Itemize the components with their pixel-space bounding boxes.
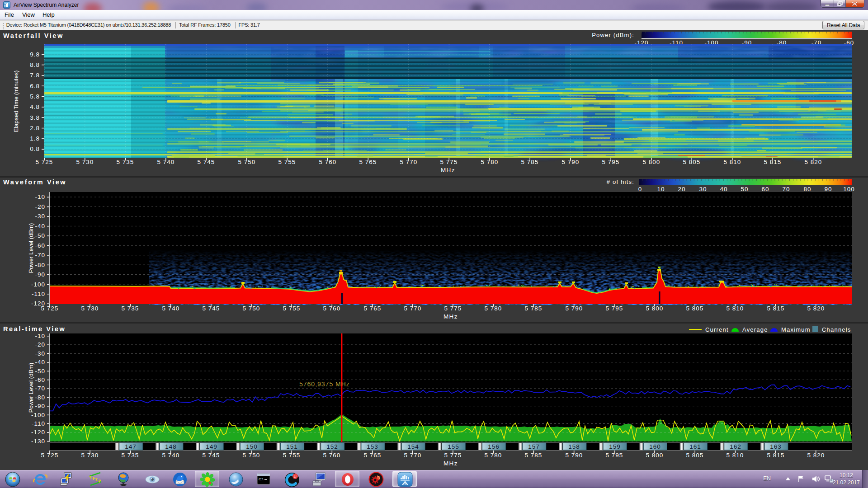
svg-text:5 810: 5 810 [724,159,741,165]
svg-text:5 765: 5 765 [359,159,377,165]
svg-text:-100: -100 [31,412,45,418]
svg-text:5 750: 5 750 [238,159,256,165]
svg-text:4.8: 4.8 [30,103,40,110]
svg-text:5 730: 5 730 [81,452,99,459]
svg-text:5 780: 5 780 [485,305,502,312]
svg-text:155: 155 [448,443,459,450]
svg-text:5 805: 5 805 [686,452,704,459]
svg-text:5 730: 5 730 [76,159,94,165]
svg-text:5 805: 5 805 [686,305,704,312]
svg-text:Elapsed Time (minutes): Elapsed Time (minutes) [13,70,19,132]
svg-text:5 730: 5 730 [81,305,99,312]
svg-text:9.8: 9.8 [30,51,40,58]
svg-text:160: 160 [649,443,661,450]
svg-text:MHz: MHz [443,460,458,467]
svg-text:5 745: 5 745 [203,305,220,312]
svg-text:Maximum: Maximum [781,326,811,333]
svg-text:3.8: 3.8 [30,114,40,121]
svg-text:10: 10 [657,186,665,192]
svg-text:-80: -80 [35,262,45,268]
svg-text:-60: -60 [35,376,45,383]
svg-text:-80: -80 [35,394,45,401]
svg-text:5 785: 5 785 [525,452,542,459]
svg-text:154: 154 [407,443,419,450]
svg-text:5 815: 5 815 [767,452,785,459]
svg-text:-20: -20 [35,203,45,210]
svg-text:5 760: 5 760 [323,305,341,312]
svg-text:161: 161 [689,443,701,450]
svg-text:-90: -90 [35,271,45,278]
svg-text:# of hits:: # of hits: [607,178,634,185]
svg-text:163: 163 [770,443,782,450]
svg-text:5 740: 5 740 [162,452,180,459]
svg-text:P: P [98,479,102,483]
svg-text:5 760: 5 760 [323,452,341,459]
svg-text:Current: Current [705,326,729,333]
svg-text:Waterfall View: Waterfall View [3,32,64,39]
svg-text:5 745: 5 745 [198,159,215,165]
svg-text:5 725: 5 725 [41,305,59,312]
svg-text:159: 159 [609,443,621,450]
svg-text:20: 20 [678,186,685,192]
svg-text:158: 158 [568,443,580,450]
svg-text:5 770: 5 770 [404,305,422,312]
svg-text:5 725: 5 725 [41,452,59,459]
svg-text:Power Level (dBm): Power Level (dBm) [28,223,34,273]
svg-text:6.8: 6.8 [30,83,40,89]
svg-text:5 775: 5 775 [444,452,462,459]
svg-text:5 725: 5 725 [36,159,53,165]
svg-text:5 760: 5 760 [319,159,337,165]
svg-text:60: 60 [761,186,769,192]
svg-text:5 775: 5 775 [444,305,462,312]
svg-text:7.8: 7.8 [30,72,40,79]
svg-text:5 820: 5 820 [807,452,825,459]
svg-text:147: 147 [125,443,137,450]
svg-text:5760,9375 MHz: 5760,9375 MHz [299,380,350,388]
svg-text:162: 162 [730,443,741,450]
svg-text:70: 70 [782,186,790,192]
svg-text:5 770: 5 770 [400,159,418,165]
svg-text:-10: -10 [35,333,45,339]
svg-text:-20: -20 [35,341,45,348]
svg-text:C:\: C:\ [259,477,264,481]
svg-text:5 790: 5 790 [566,305,583,312]
svg-text:-60: -60 [35,242,45,249]
svg-text:5 800: 5 800 [646,305,664,312]
svg-text:-100: -100 [31,281,45,288]
svg-text:156: 156 [488,443,500,450]
svg-text:5 795: 5 795 [602,159,620,165]
svg-text:-40: -40 [35,359,45,366]
svg-text:-30: -30 [35,350,45,357]
svg-text:Power Level (dBm): Power Level (dBm) [28,363,34,413]
svg-text:-90: -90 [35,403,45,409]
svg-text:151: 151 [286,443,298,450]
svg-text:5 740: 5 740 [162,305,180,312]
svg-text:Power (dBm):: Power (dBm): [592,32,634,38]
svg-text:5 735: 5 735 [117,159,134,165]
svg-text:150: 150 [246,443,258,450]
svg-text:5 785: 5 785 [521,159,539,165]
svg-text:8.8: 8.8 [30,61,40,68]
svg-text:5 755: 5 755 [283,452,301,459]
svg-text:153: 153 [367,443,378,450]
svg-text:80: 80 [803,186,811,192]
svg-text:-120: -120 [31,429,45,436]
svg-text:5 740: 5 740 [157,159,175,165]
svg-text:2.8: 2.8 [30,125,40,131]
svg-text:5 820: 5 820 [807,305,825,312]
svg-text:5 810: 5 810 [726,305,744,312]
svg-text:148: 148 [165,443,177,450]
svg-text:90: 90 [824,186,832,192]
svg-text:5 745: 5 745 [203,452,220,459]
svg-text:5 785: 5 785 [525,305,542,312]
svg-text:5 770: 5 770 [404,452,422,459]
svg-text:5 795: 5 795 [606,305,623,312]
svg-text:5 810: 5 810 [726,452,744,459]
svg-text:149: 149 [206,443,217,450]
svg-text:5 765: 5 765 [364,305,382,312]
svg-text:5 765: 5 765 [364,452,382,459]
svg-text:40: 40 [720,186,727,192]
svg-text:5 780: 5 780 [485,452,502,459]
svg-text:Waveform View: Waveform View [3,178,66,186]
svg-text:-10: -10 [35,193,45,200]
